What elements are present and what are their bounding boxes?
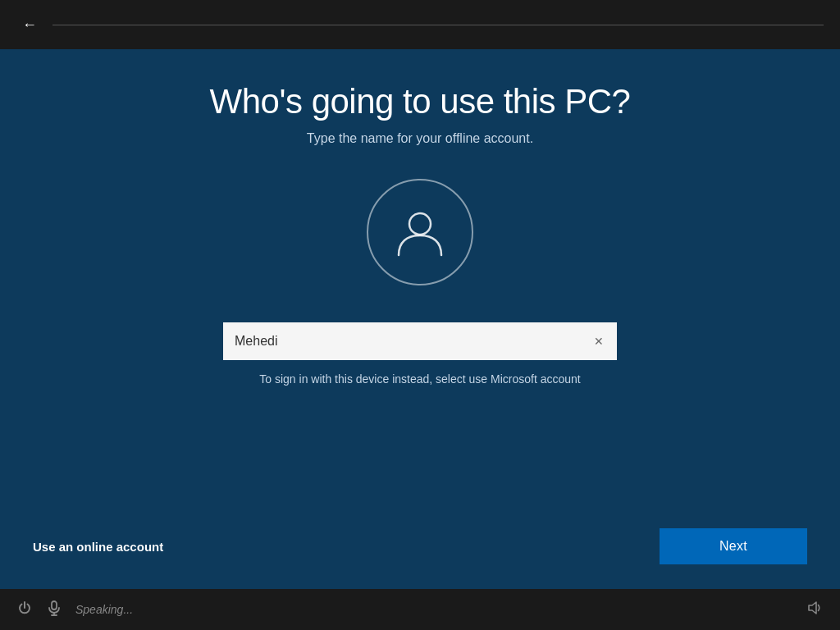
main-content: Who's going to use this PC? Type the nam… xyxy=(0,49,840,589)
page-title: Who's going to use this PC? xyxy=(210,82,631,121)
action-bar: Use an online account Next xyxy=(33,528,807,564)
clear-input-button[interactable]: ✕ xyxy=(591,333,607,349)
volume-icon[interactable] xyxy=(806,599,824,621)
bottom-left-icons: Speaking... xyxy=(16,600,133,620)
top-bar: ← xyxy=(0,0,840,49)
back-button[interactable]: ← xyxy=(16,11,43,38)
username-input[interactable] xyxy=(223,322,617,360)
bottom-bar: Speaking... xyxy=(0,589,840,630)
microphone-icon[interactable] xyxy=(46,600,62,620)
page-subtitle: Type the name for your offline account. xyxy=(307,131,533,146)
user-avatar-icon xyxy=(392,204,448,260)
use-online-account-link[interactable]: Use an online account xyxy=(33,540,163,554)
progress-line xyxy=(52,25,824,25)
speaking-text: Speaking... xyxy=(75,603,133,616)
svg-marker-4 xyxy=(809,602,816,614)
svg-rect-1 xyxy=(52,601,57,609)
svg-point-0 xyxy=(409,213,431,235)
avatar xyxy=(367,179,473,285)
power-icon[interactable] xyxy=(16,600,33,620)
input-section: ✕ To sign in with this device instead, s… xyxy=(223,322,617,388)
microsoft-account-hint: To sign in with this device instead, sel… xyxy=(259,372,580,388)
next-button[interactable]: Next xyxy=(660,528,807,564)
name-input-wrapper: ✕ xyxy=(223,322,617,360)
